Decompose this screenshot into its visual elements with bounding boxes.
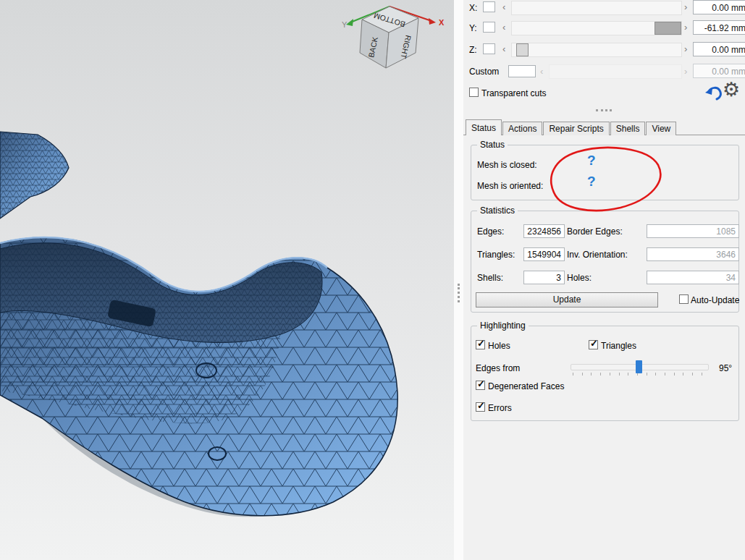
holes-label: Holes [488, 341, 510, 351]
custom-slider-increment[interactable]: › [684, 67, 687, 77]
z-slider-decrement[interactable]: ‹ [502, 44, 505, 54]
y-slider-increment[interactable]: › [684, 22, 687, 33]
holes-count-field[interactable]: 34 [647, 271, 739, 284]
check-icon: ✓ [590, 339, 598, 348]
update-button[interactable]: Update [476, 292, 658, 307]
errors-checkbox[interactable]: ✓ [476, 402, 485, 412]
x-slider-increment[interactable]: › [684, 2, 687, 12]
custom-value-field: 0.00 mm [693, 64, 745, 78]
auto-update-checkbox[interactable] [679, 294, 689, 304]
mesh-oriented-value: ? [587, 174, 596, 190]
right-panel: X: ‹ › 0.00 mm Y: ‹ › -61.92 mm Z: ‹ › 0… [463, 0, 745, 560]
status-group: Status Mesh is closed: ? Mesh is oriente… [471, 145, 739, 200]
triangles-field[interactable]: 1549904 [523, 247, 565, 261]
viewport-3d[interactable]: BOTTOM BACK RIGHT X Y [0, 0, 454, 560]
shells-label: Shells: [477, 273, 503, 283]
highlighting-group: Highlighting ✓ Holes ✓ Triangles Edges f… [471, 326, 739, 421]
y-value-field[interactable]: -61.92 mm [693, 20, 745, 35]
auto-update-label: Auto-Update [691, 295, 739, 305]
custom-value-input[interactable] [508, 65, 536, 77]
x-slider-track[interactable] [511, 1, 682, 15]
degenerated-faces-label: Degenerated Faces [488, 381, 564, 391]
y-slider-decrement[interactable]: ‹ [502, 22, 505, 33]
inv-orientation-label: Inv. Orientation: [567, 250, 628, 260]
check-icon: ✓ [477, 379, 485, 389]
check-icon: ✓ [477, 339, 485, 348]
custom-slider-decrement[interactable]: ‹ [540, 67, 543, 77]
mesh-oriented-label: Mesh is oriented: [477, 181, 543, 191]
vertical-splitter[interactable] [454, 0, 463, 560]
edges-from-slider-thumb[interactable] [636, 360, 642, 373]
y-slider-track[interactable] [511, 21, 682, 35]
splitter-grip-icon [458, 284, 460, 302]
tab-actions[interactable]: Actions [502, 122, 542, 135]
highlighting-group-title: Highlighting [477, 321, 529, 331]
x-value-field[interactable]: 0.00 mm [693, 0, 745, 14]
holes-count-label: Holes: [567, 273, 592, 283]
x-slider-decrement[interactable]: ‹ [502, 2, 505, 12]
z-slider-increment[interactable]: › [684, 44, 687, 54]
edges-from-label: Edges from [476, 363, 520, 373]
tab-status[interactable]: Status [466, 119, 502, 135]
border-edges-label: Border Edges: [567, 226, 623, 237]
z-slider-thumb[interactable] [516, 43, 529, 56]
statistics-group-title: Statistics [477, 205, 518, 216]
degenerated-faces-checkbox[interactable]: ✓ [476, 381, 485, 390]
gear-icon[interactable]: ⚙ [723, 80, 740, 100]
triangles-checkbox[interactable]: ✓ [589, 340, 598, 349]
edges-from-value: 95° [719, 363, 732, 373]
holes-checkbox[interactable]: ✓ [476, 340, 485, 349]
axis-x-label: X [439, 18, 445, 27]
app-window: BOTTOM BACK RIGHT X Y X: ‹ › 0.00 mm Y: … [0, 0, 745, 560]
x-section-checkbox[interactable] [483, 1, 495, 12]
z-section-checkbox[interactable] [483, 43, 495, 54]
y-section-checkbox[interactable] [483, 22, 495, 33]
tab-view[interactable]: View [646, 122, 676, 135]
transparent-cuts-label: Transparent cuts [481, 88, 547, 98]
edges-field[interactable]: 2324856 [523, 224, 565, 238]
edges-label: Edges: [477, 226, 504, 237]
border-edges-field[interactable]: 1085 [647, 224, 739, 238]
inv-orientation-field[interactable]: 3646 [647, 247, 739, 261]
errors-label: Errors [488, 403, 512, 413]
custom-slider-label: Custom [469, 67, 499, 77]
tab-repair-scripts[interactable]: Repair Scripts [543, 122, 609, 135]
status-group-title: Status [477, 140, 508, 150]
y-slider-thumb[interactable] [654, 22, 681, 35]
tab-shells[interactable]: Shells [610, 122, 646, 135]
x-slider-label: X: [469, 3, 477, 13]
statistics-group: Statistics Edges: 2324856 Border Edges: … [471, 211, 739, 313]
mesh-closed-label: Mesh is closed: [477, 160, 537, 170]
z-value-field[interactable]: 0.00 mm [693, 42, 745, 56]
check-icon: ✓ [477, 401, 485, 410]
z-slider-label: Z: [469, 45, 477, 55]
tab-bar: Status Actions Repair Scripts Shells Vie… [466, 120, 677, 135]
y-slider-label: Y: [469, 23, 477, 33]
shells-field[interactable]: 3 [523, 271, 565, 284]
horizontal-splitter[interactable] [596, 109, 612, 111]
custom-slider-track [549, 64, 682, 79]
triangles-label: Triangles [601, 341, 636, 351]
mesh-object[interactable] [0, 0, 454, 560]
z-slider-track[interactable] [511, 43, 682, 57]
axis-y-label: Y [342, 20, 348, 29]
transparent-cuts-checkbox[interactable] [469, 88, 479, 97]
undo-icon[interactable] [704, 85, 722, 101]
triangles-label: Triangles: [477, 250, 515, 260]
view-cube[interactable]: BOTTOM BACK RIGHT X Y [340, 0, 449, 75]
mesh-closed-value: ? [587, 153, 596, 169]
